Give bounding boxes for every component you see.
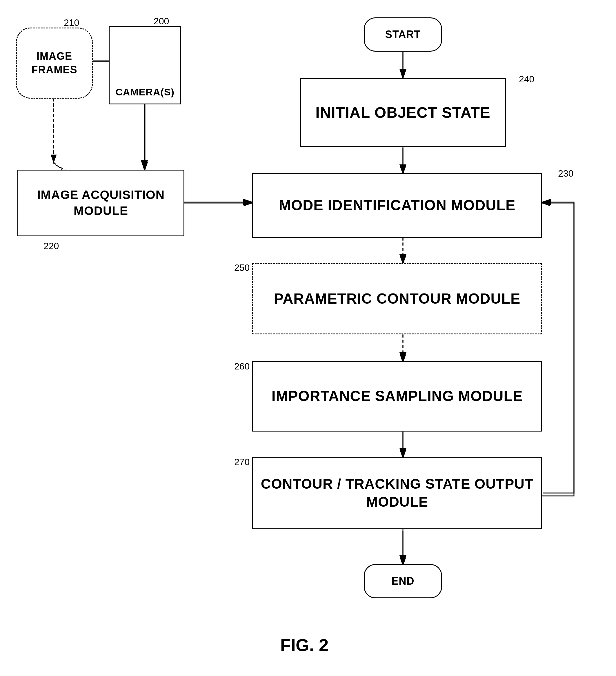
parametric-contour-box: PARAMETRIC CONTOUR MODULE [252,263,542,334]
end-terminal: END [364,564,442,598]
ref-210: 210 [64,17,79,28]
importance-sampling-label: IMPORTANCE SAMPLING MODULE [271,387,523,406]
figure-label: FIG. 2 [246,635,362,655]
image-frames-box: IMAGE FRAMES [16,27,93,99]
initial-object-state-label: INITIAL OBJECT STATE [315,103,490,123]
parametric-contour-label: PARAMETRIC CONTOUR MODULE [274,289,520,308]
end-label: END [391,574,414,588]
ref-250: 250 [234,263,250,273]
ref-240: 240 [519,74,534,85]
mode-identification-box: MODE IDENTIFICATION MODULE [252,173,542,238]
ref-230: 230 [558,168,573,179]
contour-tracking-label: CONTOUR / TRACKING STATE OUTPUT MODULE [253,475,541,511]
diagram-container: START IMAGE FRAMES 210 CAMERA(S) 200 INI… [0,0,616,676]
start-terminal: START [364,17,442,52]
ref-220: 220 [44,241,59,251]
camera-box: CAMERA(S) [109,26,181,104]
importance-sampling-box: IMPORTANCE SAMPLING MODULE [252,361,542,432]
image-acquisition-label: IMAGE ACQUISITION MODULE [18,187,184,219]
camera-label: CAMERA(S) [110,86,180,98]
mode-identification-label: MODE IDENTIFICATION MODULE [279,196,516,215]
ref-270: 270 [234,457,250,467]
ref-200: 200 [153,16,169,27]
image-frames-label: IMAGE FRAMES [17,50,92,77]
initial-object-state-box: INITIAL OBJECT STATE [300,78,506,147]
contour-tracking-box: CONTOUR / TRACKING STATE OUTPUT MODULE [252,457,542,529]
ref-260: 260 [234,361,250,372]
start-label: START [385,28,421,42]
image-acquisition-box: IMAGE ACQUISITION MODULE [17,170,184,236]
